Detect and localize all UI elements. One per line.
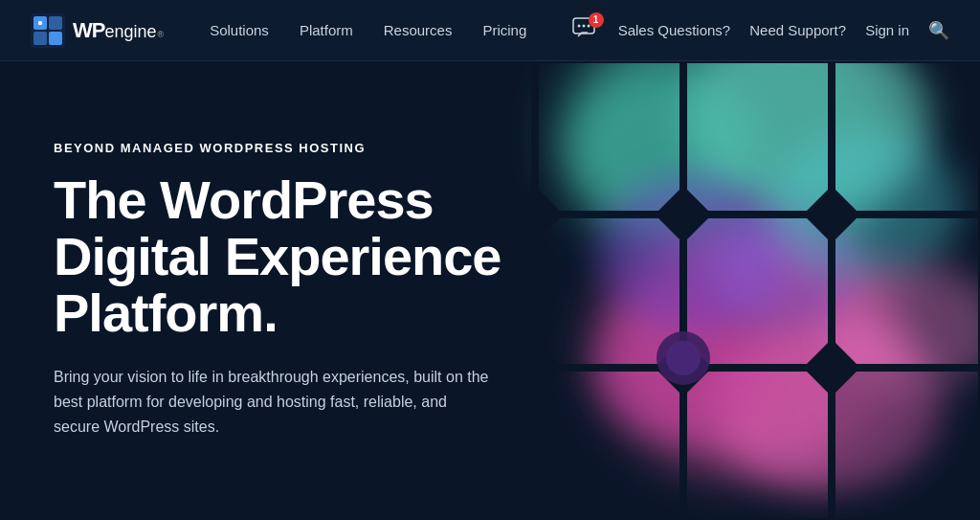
svg-point-8 [582, 24, 585, 27]
logo-engine: engine [104, 22, 156, 42]
svg-point-7 [577, 24, 580, 27]
hero-eyebrow: BEYOND MANAGED WORDPRESS HOSTING [54, 141, 555, 155]
logo-text: WP engine ® [73, 18, 164, 43]
nav-right: 1 Sales Questions? Need Support? Sign in… [572, 17, 949, 44]
svg-point-19 [769, 128, 961, 282]
nav-platform[interactable]: Platform [300, 22, 353, 38]
chat-icon-wrap[interactable]: 1 [572, 17, 599, 44]
notification-badge: 1 [589, 12, 604, 28]
sales-questions-link[interactable]: Sales Questions? [618, 22, 731, 38]
svg-rect-5 [38, 21, 42, 25]
main-nav: Solutions Platform Resources Pricing [210, 22, 571, 38]
svg-rect-2 [49, 16, 62, 30]
logo-icon [31, 13, 65, 48]
nav-solutions[interactable]: Solutions [210, 22, 269, 38]
search-icon[interactable]: 🔍 [928, 20, 949, 41]
logo[interactable]: WP engine ® [31, 13, 164, 48]
sign-in-link[interactable]: Sign in [865, 22, 909, 38]
nav-pricing[interactable]: Pricing [482, 22, 526, 38]
svg-rect-3 [33, 32, 47, 45]
hero-content: BEYOND MANAGED WORDPRESS HOSTING The Wor… [0, 141, 555, 441]
svg-rect-4 [49, 32, 62, 45]
svg-rect-35 [832, 368, 980, 520]
nav-resources[interactable]: Resources [384, 22, 453, 38]
navbar: WP engine ® Solutions Platform Resources… [0, 0, 980, 61]
svg-point-37 [666, 341, 701, 375]
logo-wp: WP [73, 18, 104, 43]
hero-title: The WordPress Digital Experience Platfor… [54, 172, 555, 341]
logo-trademark: ® [158, 30, 165, 39]
need-support-link[interactable]: Need Support? [749, 22, 846, 38]
hero-description: Bring your vision to life in breakthroug… [54, 365, 494, 441]
hero-section: BEYOND MANAGED WORDPRESS HOSTING The Wor… [0, 61, 980, 520]
